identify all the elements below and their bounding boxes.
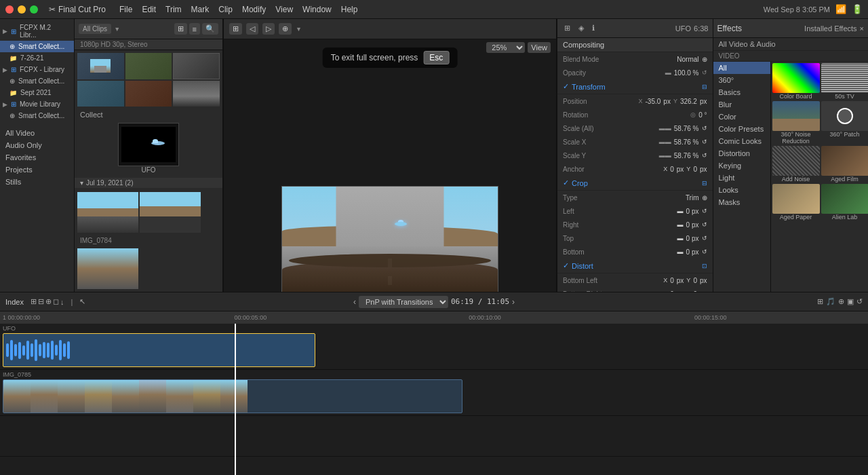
pnp-prev-btn[interactable]: ‹	[353, 297, 356, 307]
sidebar-favorites[interactable]: Favorites	[0, 151, 74, 164]
media-thumb-6[interactable]	[173, 81, 220, 107]
zoom-select[interactable]: 25% 50% 100%	[486, 42, 525, 53]
menu-window[interactable]: Window	[302, 5, 332, 14]
media-thumb-3[interactable]	[173, 53, 220, 79]
all-clips-dropdown[interactable]: All Clips	[79, 24, 111, 34]
timeline-right-btn-3[interactable]: ⊕	[838, 297, 844, 306]
sidebar-smart-collect-3[interactable]: ⊕ Smart Collect...	[0, 110, 74, 121]
toggle-btn-1[interactable]: ⊞	[229, 23, 242, 35]
effect-360-patch[interactable]: 360° Patch	[821, 101, 869, 145]
sidebar-fcpx-library-2[interactable]: ▶ ⊞ FCPX - Library	[0, 64, 74, 75]
minimize-button[interactable]	[18, 5, 26, 14]
ufo-thumb[interactable]	[118, 123, 179, 166]
inspector-tab-1[interactable]: ⊞	[561, 22, 573, 34]
rotation-label: Rotation	[563, 111, 617, 119]
timeline-right-btn-2[interactable]: 🎵	[826, 297, 835, 306]
effects-close-btn[interactable]: ×	[860, 24, 864, 33]
menu-edit[interactable]: Edit	[142, 5, 156, 14]
img-thumb-1[interactable]	[77, 192, 138, 233]
sidebar-stills[interactable]: Stills	[0, 176, 74, 188]
effects-cat-all[interactable]: All	[713, 62, 770, 74]
ufo-object	[395, 220, 407, 226]
pnp-next-btn[interactable]: ›	[512, 297, 515, 307]
media-thumb-1[interactable]	[77, 53, 124, 79]
app-icon: ✂	[49, 5, 56, 14]
sidebar-sept-folder[interactable]: 📁 Sept 2021	[0, 87, 74, 98]
effect-50s-tv[interactable]: 50s TV	[821, 63, 869, 100]
effects-cat-basics[interactable]: Basics	[713, 86, 770, 98]
menu-file[interactable]: File	[119, 5, 132, 14]
sidebar-projects[interactable]: Projects	[0, 164, 74, 176]
sidebar-audio-only[interactable]: Audio Only	[0, 139, 74, 151]
browser-search-btn[interactable]: 🔍	[202, 23, 218, 35]
browser-view-btn-1[interactable]: ⊞	[174, 23, 187, 35]
menu-trim[interactable]: Trim	[165, 5, 182, 14]
effects-cat-comic[interactable]: Comic Looks	[713, 135, 770, 147]
sidebar-movie-library[interactable]: ▶ ⊞ Movie Library	[0, 98, 74, 110]
menu-mark[interactable]: Mark	[191, 5, 210, 14]
media-thumb-4[interactable]	[77, 81, 124, 107]
installed-effects-label: Installed Effects	[804, 24, 856, 33]
close-button[interactable]	[5, 5, 14, 14]
effects-cat-light[interactable]: Light	[713, 172, 770, 184]
img-clip[interactable]	[3, 379, 462, 413]
timeline-right-btn-1[interactable]: ⊞	[817, 297, 823, 306]
effect-color-board[interactable]: Color Board	[772, 63, 820, 100]
effects-cat-blur[interactable]: Blur	[713, 98, 770, 111]
sidebar-item-fcpx-lib[interactable]: ▶ ⊞ FCPX M.2 Libr...	[0, 22, 74, 41]
effects-cat-distortion[interactable]: Distortion	[713, 147, 770, 159]
effects-cat-360[interactable]: 360°	[713, 74, 770, 86]
effects-cat-masks[interactable]: Masks	[713, 196, 770, 208]
sidebar-smart-collect-1[interactable]: ⊕ Smart Collect...	[0, 41, 74, 52]
timeline-cursor-btn[interactable]: ↖	[79, 297, 85, 306]
effects-cat-looks[interactable]: Looks	[713, 184, 770, 196]
menu-help[interactable]: Help	[341, 5, 358, 14]
ufo-clip[interactable]	[3, 333, 315, 367]
timeline-btn-1[interactable]: ⊞	[31, 297, 37, 306]
pnp-select[interactable]: PnP with Transitions	[359, 296, 448, 308]
more-thumb-1[interactable]	[77, 248, 138, 289]
effect-add-noise[interactable]: Add Noise	[772, 146, 820, 183]
crop-header[interactable]: ✓ Crop ⊟	[557, 176, 713, 191]
timeline-btn-3[interactable]: ⊕	[45, 297, 52, 306]
sidebar-all-video[interactable]: All Video	[0, 127, 74, 139]
media-thumb-5[interactable]	[125, 81, 172, 107]
effect-aged-paper[interactable]: Aged Paper	[772, 184, 820, 221]
effects-cat-keying[interactable]: Keying	[713, 159, 770, 172]
browser-content[interactable]: Collect UFO ▾	[75, 50, 222, 299]
menu-view[interactable]: View	[275, 5, 293, 14]
view-select[interactable]: View	[528, 42, 551, 53]
opacity-label: Opacity	[563, 69, 617, 77]
effect-360-noise[interactable]: 360° Noise Reduction	[772, 101, 820, 145]
toggle-btn-2[interactable]: ◁	[246, 23, 258, 35]
timeline-btn-2[interactable]: ⊟	[38, 297, 44, 306]
timeline-right-btn-4[interactable]: ▣	[847, 297, 854, 306]
effect-alien-lab[interactable]: Alien Lab	[821, 184, 869, 221]
ufo-media-item[interactable]: UFO	[75, 120, 222, 176]
timeline-btn-4[interactable]: ◻	[53, 297, 59, 306]
sidebar-date-folder[interactable]: 📁 7-26-21	[0, 52, 74, 64]
effects-cat-color-presets[interactable]: Color Presets	[713, 123, 770, 135]
menu-modify[interactable]: Modify	[242, 5, 266, 14]
toggle-btn-3[interactable]: ▷	[262, 23, 275, 35]
toggle-btn-4[interactable]: ⊕	[279, 23, 292, 35]
img-label: IMG_0784	[75, 235, 222, 246]
timeline-btn-5[interactable]: ↓	[60, 297, 64, 306]
type-row: Type Trim ⊕	[557, 191, 713, 204]
effects-cat-color[interactable]: Color	[713, 111, 770, 123]
transform-header[interactable]: ✓ Transform ⊟	[557, 79, 713, 94]
img-thumb-2[interactable]	[140, 192, 201, 233]
inspector-tab-2[interactable]: ◈	[576, 22, 587, 34]
sidebar-smart-collect-2[interactable]: ⊕ Smart Collect...	[0, 75, 74, 87]
ruler-mark-0: 1 00:00:00:00	[3, 314, 40, 321]
media-thumb-2[interactable]	[125, 53, 172, 79]
timeline-right-btn-5[interactable]: ↺	[856, 297, 863, 306]
browser-view-btn-2[interactable]: ≡	[189, 23, 200, 35]
pnp-section: ‹ PnP with Transitions 06:19 / 11:05 ›	[353, 296, 515, 308]
distort-header[interactable]: ✓ Distort ⊡	[557, 259, 713, 273]
menu-clip[interactable]: Clip	[218, 5, 233, 14]
effect-aged-film[interactable]: Aged Film	[821, 146, 869, 183]
rotation-knob[interactable]: ◎	[690, 111, 696, 118]
inspector-tab-3[interactable]: ℹ	[589, 22, 597, 34]
fullscreen-button[interactable]	[30, 5, 38, 14]
